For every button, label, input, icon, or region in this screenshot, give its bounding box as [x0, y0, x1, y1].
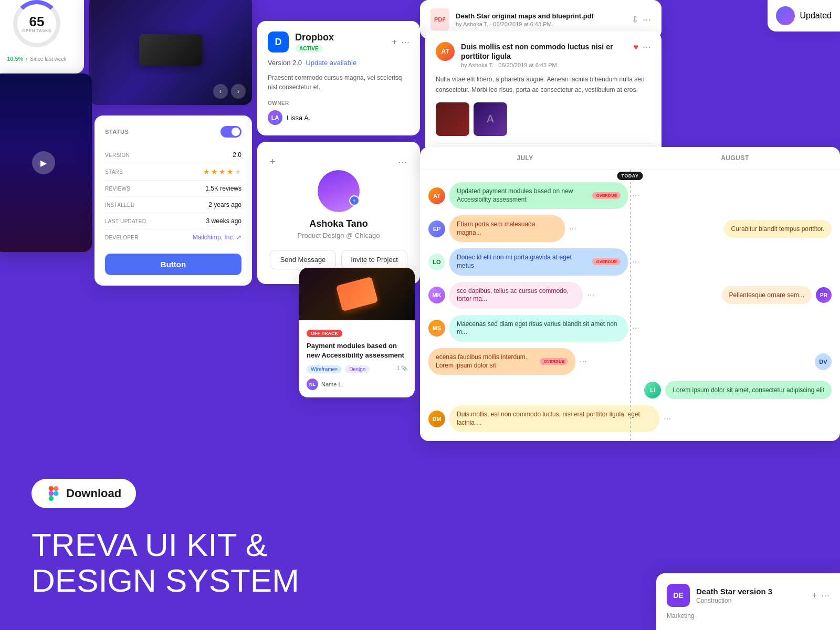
more-icon[interactable]: ⋯ — [643, 15, 651, 25]
tasks-card: 65 OPEN TASKS 10.5% ↑ Since last week — [0, 0, 84, 74]
svg-rect-0 — [49, 486, 54, 491]
photo-nav: ‹ › — [213, 84, 246, 99]
invite-project-btn[interactable]: Invite to Project — [341, 250, 407, 269]
update-link[interactable]: Update available — [306, 59, 356, 67]
comment-author-avatar: AT — [436, 42, 455, 61]
reviews-label: REVIEWS — [105, 186, 130, 192]
profile-options-icon[interactable]: ⋯ — [398, 156, 407, 168]
play-button[interactable]: ▶ — [32, 151, 55, 174]
tasks-circle: 65 OPEN TASKS — [13, 0, 60, 47]
last-updated-row: LAST UPDATED 3 weeks ago — [105, 213, 242, 229]
death-star-card: DE Death Star version 3 Construction + ⋯… — [656, 573, 840, 630]
updated-label: Updated — [800, 11, 832, 20]
download-icon[interactable]: ⇩ — [632, 15, 638, 25]
comment-meta: by Ashoka T. · 06/20/2019 at 6:43 PM — [461, 62, 627, 68]
owner-row: LA Lissa A. — [268, 110, 410, 125]
comment-more-icon[interactable]: ⋯ — [643, 42, 651, 52]
more-options-icon[interactable]: ⋯ — [401, 37, 410, 47]
ds-name: Death Star version 3 — [696, 587, 806, 596]
tl-pill-8[interactable]: Duis mollis, est non commodo luctus, nis… — [449, 405, 659, 432]
updated-badge: Updated — [768, 0, 841, 32]
tasks-since: Since last week — [30, 56, 66, 62]
tl-right-pill-7[interactable]: Lorem ipsum dolor sit amet, consectetur … — [665, 381, 832, 399]
tl-right-avatar-6: DV — [815, 353, 832, 370]
dropbox-header-actions: + ⋯ — [392, 37, 410, 47]
developer-row: DEVELOPER Mailchimp, Inc. ↗ — [105, 229, 242, 245]
ds-actions: + ⋯ — [812, 591, 830, 601]
download-button[interactable]: Download — [32, 479, 136, 508]
tl-dots-8[interactable]: ⋯ — [664, 415, 671, 423]
tag-wireframes: Wireframes — [307, 365, 342, 373]
installed-value: 2 years ago — [208, 201, 242, 208]
today-marker: TODAY — [617, 172, 643, 180]
prev-arrow[interactable]: ‹ — [213, 84, 228, 99]
tl-pill-1[interactable]: Updated payment modules based on new Acc… — [449, 182, 628, 209]
task-tags: Wireframes Design 1 📎 — [307, 365, 407, 373]
ds-sub: Construction — [696, 597, 806, 604]
brand-title: TREVA UI KIT & DESIGN SYSTEM — [32, 527, 299, 598]
ds-info: Death Star version 3 Construction — [696, 587, 806, 604]
ds-add-icon[interactable]: + — [812, 591, 817, 601]
active-badge: ACTIVE — [295, 45, 323, 52]
comment-info: Duis mollis est non commodo luctus nisi … — [461, 42, 627, 68]
file-meta: by Ashoka T. · 06/20/2019 at 6:43 PM — [456, 21, 625, 27]
task-attachments: 1 📎 — [397, 365, 407, 373]
file-actions: ⇩ ⋯ — [632, 15, 651, 25]
tl-dots-6[interactable]: ⋯ — [580, 358, 587, 366]
tl-pill-4[interactable]: sce dapibus, tellus ac cursus commodo, t… — [449, 282, 583, 309]
tl-pill-2[interactable]: Etiam porta sem malesuada magna... — [449, 215, 565, 242]
installed-row: INSTALLED 2 years ago — [105, 197, 242, 213]
overdue-badge-3: OVERDUE — [592, 258, 621, 265]
send-message-btn[interactable]: Send Message — [270, 250, 336, 269]
tag-design: Design — [345, 365, 370, 373]
timeline-month-august: AUGUST — [630, 154, 840, 162]
svg-rect-2 — [49, 491, 54, 496]
star5: ★ — [235, 167, 242, 176]
star3: ★ — [219, 167, 226, 176]
stars-display: ★ ★ ★ ★ ★ — [203, 167, 242, 176]
photo-card: ‹ › — [89, 0, 252, 105]
tl-right-pill-2[interactable]: Curabitur blandit tempus porttitor. — [724, 220, 832, 238]
status-toggle[interactable] — [220, 126, 242, 138]
profile-more-icon[interactable]: + — [270, 156, 276, 167]
dropbox-name: Dropbox — [295, 32, 334, 43]
file-info: Death Star original maps and blueprint.p… — [456, 12, 625, 27]
timeline-header: JULY AUGUST — [420, 147, 840, 170]
device-image — [139, 34, 202, 66]
version-value: 2.0 — [233, 151, 242, 159]
download-label: Download — [66, 487, 121, 500]
owner-avatar: LA — [268, 110, 282, 125]
tl-dots-1[interactable]: ⋯ — [632, 192, 639, 200]
overdue-badge-6: OVERDUE — [540, 358, 568, 365]
timeline-card: JULY AUGUST TODAY AT Updated payment mod… — [420, 147, 840, 441]
timeline-month-july: JULY — [420, 154, 630, 162]
overdue-badge-1: OVERDUE — [592, 192, 621, 199]
tl-right-pill-4[interactable]: Pellentesque ornare sem... — [722, 286, 812, 304]
tl-avatar-1: AT — [428, 187, 445, 204]
status-button[interactable]: Button — [105, 254, 242, 275]
comment-body: Nulla vitae elit libero, a pharetra augu… — [436, 75, 651, 94]
tl-pill-6[interactable]: ecenas faucibus mollis interdum. Lorem i… — [428, 348, 575, 375]
next-arrow[interactable]: › — [231, 84, 246, 99]
owner-label: OWNER — [268, 100, 410, 106]
profile-avatar — [318, 170, 360, 212]
tl-pill-3[interactable]: Donec id elit non mi porta gravida at eg… — [449, 248, 628, 275]
task-card: ⋯ OFF TRACK Payment modules based on new… — [299, 268, 415, 397]
branding: Download TREVA UI KIT & DESIGN SYSTEM — [32, 479, 299, 598]
file-name: Death Star original maps and blueprint.p… — [456, 12, 625, 20]
heart-icon[interactable]: ♥ — [634, 43, 639, 52]
ds-header: DE Death Star version 3 Construction + ⋯ — [667, 584, 830, 607]
ds-more-icon[interactable]: ⋯ — [821, 591, 830, 601]
add-icon[interactable]: + — [392, 37, 397, 47]
status-card: STATUS VERSION 2.0 STARS ★ ★ ★ ★ ★ REVIE… — [94, 116, 252, 286]
tl-pill-5[interactable]: Maecenas sed diam eget risus varius blan… — [449, 315, 628, 342]
tl-dots-4[interactable]: ⋯ — [587, 291, 594, 299]
tasks-label: OPEN TASKS — [22, 28, 51, 33]
version-label: VERSION — [105, 152, 130, 158]
jellyfish-card: ▶ — [0, 74, 92, 252]
status-header: STATUS — [105, 126, 242, 138]
developer-link[interactable]: Mailchimp, Inc. ↗ — [193, 234, 242, 241]
tl-dots-3[interactable]: ⋯ — [632, 258, 639, 266]
tl-dots-5[interactable]: ⋯ — [632, 324, 639, 332]
tl-dots-2[interactable]: ⋯ — [569, 225, 576, 233]
